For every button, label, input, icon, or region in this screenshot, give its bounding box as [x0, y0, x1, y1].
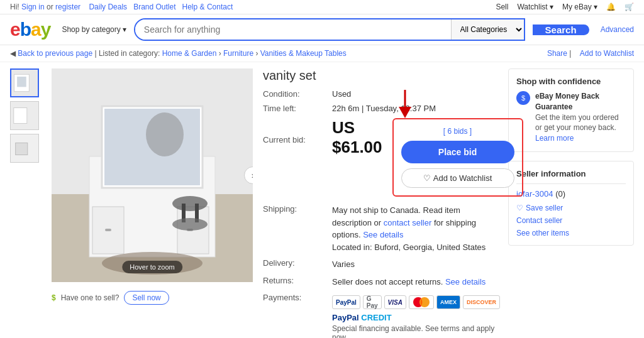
sell-now-button[interactable]: Sell now	[124, 291, 169, 305]
visa-icon: VISA	[384, 295, 406, 309]
gpay-icon: G Pay	[363, 295, 382, 309]
search-button[interactable]: Search	[533, 25, 589, 35]
delivery-label: Delivery:	[263, 258, 332, 271]
notification-icon[interactable]: 🔔	[606, 3, 616, 11]
thumbnail-1[interactable]	[10, 68, 39, 97]
category1-link[interactable]: Home & Garden	[162, 49, 217, 58]
product-title: vanity set	[263, 68, 498, 83]
paypal-credit-logo: PayPal CREDIT	[332, 313, 392, 322]
delivery-value: Varies	[332, 258, 355, 271]
payments-row: Payments: PayPal G Pay VISA AMEX DISCOVE…	[263, 293, 498, 338]
delivery-row: Delivery: Varies	[263, 258, 498, 271]
share-links: Share | Add to Watchlist	[541, 49, 634, 58]
confidence-title: Shop with confidence	[516, 77, 626, 86]
thumbnail-column	[10, 68, 42, 338]
category3-link[interactable]: Vanities & Makeup Tables	[260, 49, 347, 58]
brand-outlet-link[interactable]: Brand Outlet	[133, 3, 175, 11]
top-nav-left: Hi! Sign in or register Daily Deals Bran…	[10, 3, 233, 11]
payments-value: PayPal G Pay VISA AMEX DISCOVER	[332, 293, 500, 338]
or-text: or	[47, 3, 53, 11]
confidence-text: eBay Money Back Guarantee Get the item y…	[535, 91, 626, 144]
bid-label: Current bid:	[263, 131, 332, 144]
seller-information-box: Seller information iofar-3004 (0) ♡ Save…	[508, 161, 634, 246]
special-financing: Special financing available. See terms a…	[332, 324, 500, 338]
seller-links: ♡ Save seller Contact seller See other i…	[516, 204, 626, 237]
search-bar: All Categories	[134, 18, 525, 41]
have-to-sell-section: $ Have one to sell? Sell now	[52, 291, 253, 305]
sell-link[interactable]: Sell	[496, 3, 508, 11]
sign-in-link[interactable]: Sign in	[21, 3, 45, 11]
main-header: ebay Shop by category ▾ All Categories S…	[0, 14, 644, 45]
condition-row: Condition: Used	[263, 89, 498, 99]
returns-row: Returns: Seller does not accept returns.…	[263, 276, 498, 288]
category2-link[interactable]: Furniture	[223, 49, 253, 58]
watchlist-link[interactable]: Watchlist ▾	[517, 3, 553, 11]
cart-icon[interactable]: 🛒	[625, 3, 634, 11]
back-arrow-icon: ◀	[10, 49, 16, 58]
returns-value: Seller does not accept returns. See deta…	[332, 276, 486, 288]
mastercard-icon	[409, 295, 434, 309]
paypal-credit: PayPal CREDIT	[332, 313, 500, 322]
svg-rect-16	[105, 229, 111, 231]
ebay-guarantee-icon: $	[516, 91, 530, 105]
svg-rect-4	[14, 108, 27, 124]
payment-icons: PayPal G Pay VISA AMEX DISCOVER	[332, 295, 500, 309]
have-to-sell-text: Have one to sell?	[61, 293, 119, 302]
svg-rect-6	[16, 143, 28, 155]
greeting: Hi!	[10, 3, 19, 11]
payments-label: Payments:	[263, 293, 332, 338]
condition-value: Used	[332, 89, 351, 99]
paypal-icon: PayPal	[332, 295, 360, 309]
amex-icon: AMEX	[436, 295, 460, 309]
my-ebay-link[interactable]: My eBay ▾	[562, 3, 597, 11]
advanced-search-link[interactable]: Advanced	[601, 25, 634, 34]
add-to-watchlist-header-link[interactable]: Add to Watchlist	[580, 49, 634, 58]
heart-icon: ♡	[423, 173, 431, 183]
dollar-icon: $	[52, 293, 56, 302]
condition-label: Condition:	[263, 89, 332, 99]
contact-seller-shipping-link[interactable]: contact seller	[384, 218, 432, 227]
top-nav-right: Sell Watchlist ▾ My eBay ▾ 🔔 🛒	[496, 3, 634, 11]
svg-point-19	[172, 196, 208, 211]
main-image-column: Hover to zoom › $ Have one to sell? Sell…	[52, 68, 253, 338]
shipping-label: Shipping:	[263, 204, 332, 253]
shop-with-confidence-box: Shop with confidence $ eBay Money Back G…	[508, 68, 634, 152]
seller-name: iofar-3004 (0)	[516, 189, 626, 199]
search-input[interactable]	[135, 19, 451, 40]
svg-point-22	[172, 218, 208, 231]
back-link[interactable]: Back to previous page	[18, 49, 92, 58]
learn-more-link[interactable]: Learn more	[535, 134, 574, 143]
share-link[interactable]: Share	[547, 49, 567, 58]
breadcrumb-bar: ◀ Back to previous page | Listed in cate…	[0, 45, 644, 62]
contact-seller-link[interactable]: Contact seller	[516, 216, 626, 225]
time-row: Time left: 22h 6m | Tuesday, 12:37 PM	[263, 104, 498, 113]
main-image[interactable]: Hover to zoom ›	[52, 68, 253, 282]
top-nav: Hi! Sign in or register Daily Deals Bran…	[0, 0, 644, 14]
bid-box: [ 6 bids ] Place bid ♡ Add to Watchlist	[392, 118, 523, 197]
category-select[interactable]: All Categories	[451, 19, 524, 40]
bid-amount: US $61.00	[332, 118, 382, 157]
breadcrumb: ◀ Back to previous page | Listed in cate…	[10, 49, 347, 58]
shipping-see-details-link[interactable]: See details	[363, 230, 403, 239]
see-other-items-link[interactable]: See other items	[516, 229, 626, 237]
thumbnail-3[interactable]	[10, 134, 39, 163]
returns-label: Returns:	[263, 276, 332, 288]
page-body: Hover to zoom › $ Have one to sell? Sell…	[0, 62, 644, 338]
seller-info-title: Seller information	[516, 169, 626, 184]
shop-by-category[interactable]: Shop by category ▾	[62, 25, 126, 34]
thumbnail-2[interactable]	[10, 101, 39, 130]
sidebar-column: Shop with confidence $ eBay Money Back G…	[508, 68, 634, 338]
add-to-watchlist-button[interactable]: ♡ Add to Watchlist	[401, 168, 514, 188]
register-link[interactable]: register	[55, 3, 80, 11]
bids-link[interactable]: [ 6 bids ]	[401, 127, 514, 136]
daily-deals-link[interactable]: Daily Deals	[89, 3, 127, 11]
bid-section: Current bid: US $61.00 [ 6 bids ] Place …	[263, 118, 498, 197]
place-bid-button[interactable]: Place bid	[401, 141, 514, 163]
returns-see-details-link[interactable]: See details	[445, 277, 486, 286]
time-value: 22h 6m | Tuesday, 12:37 PM	[332, 104, 436, 113]
help-contact-link[interactable]: Help & Contact	[182, 3, 233, 11]
shipping-row: Shipping: May not ship to Canada. Read i…	[263, 204, 498, 253]
hover-zoom-badge: Hover to zoom	[122, 261, 182, 273]
save-seller-link[interactable]: ♡ Save seller	[516, 204, 626, 212]
money-back-item: $ eBay Money Back Guarantee Get the item…	[516, 91, 626, 144]
